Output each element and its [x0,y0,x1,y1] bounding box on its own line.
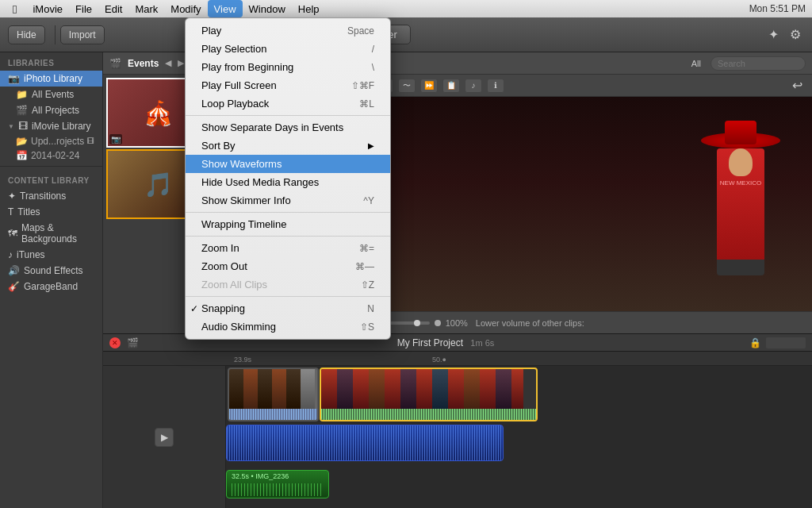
file-menu[interactable]: File [69,0,98,17]
cf2 [243,369,258,409]
menu-show-waveforms[interactable]: Show Waveforms [186,155,390,173]
sidebar-item-2014[interactable]: 📅 2014-02-24 [0,148,102,163]
sidebar-item-all-projects[interactable]: 🎬 All Projects [0,102,102,118]
sidebar-item-maps-backgrounds[interactable]: 🗺 Maps & Backgrounds [0,220,102,247]
timeline-close-button[interactable]: ✕ [109,337,121,348]
speed-button[interactable]: ⏩ [420,79,438,93]
zoom-in-shortcut: ⌘= [359,243,374,254]
apple-menu[interactable]:  [6,0,26,17]
green-clip[interactable]: 32.5s • IMG_2236 [226,470,329,498]
menu-hide-used-media[interactable]: Hide Used Media Ranges [186,173,390,191]
sidebar-item-titles[interactable]: T Titles [0,204,102,220]
garageband-icon: 🎸 [8,281,20,292]
menu-loop-playback[interactable]: Loop Playback ⌘L [186,94,390,113]
modify-menu[interactable]: Modify [164,0,207,17]
menu-zoom-out[interactable]: Zoom Out ⌘— [186,257,390,275]
garageband-label: GarageBand [24,281,78,292]
menu-sep-1 [186,115,390,116]
frame-b [337,369,353,409]
cf4 [272,369,286,409]
volume-handle[interactable] [414,320,420,326]
all-projects-label: All Projects [32,105,79,116]
date-icon: 📅 [16,150,28,161]
zoom-all-clips-shortcut: ⇧Z [361,279,374,291]
audio-wave-2 [321,409,536,421]
play-label: Play [201,25,221,37]
menu-zoom-all-clips: Zoom All Clips ⇧Z [186,275,390,294]
audio-button[interactable]: ♪ [465,79,482,93]
sidebar-item-iphoto-library[interactable]: 📷 iPhoto Library [0,71,102,87]
transitions-icon: ✦ [8,190,16,202]
menu-play-beginning[interactable]: Play from Beginning \ [186,58,390,76]
sidebar-item-itunes[interactable]: ♪ iTunes [0,247,102,263]
enhance-icon[interactable]: ✦ [765,25,782,44]
play-fullscreen-label: Play Full Screen [201,79,277,91]
menu-play-selection[interactable]: Play Selection / [186,40,390,58]
film-strip-icon: 🎞 [87,137,94,145]
clip-1[interactable] [228,368,319,421]
sidebar-item-sound-effects[interactable]: 🔊 Sound Effects [0,263,102,279]
sombrero [701,133,780,148]
search-input[interactable] [710,56,806,71]
menu-wrapping-timeline[interactable]: Wrapping Timeline [186,215,390,233]
menu-show-skimmer-info[interactable]: Show Skimmer Info ^Y [186,191,390,210]
menu-show-separate-days[interactable]: Show Separate Days in Events [186,118,390,137]
play-selection-label: Play Selection [201,43,266,55]
imovie-menu[interactable]: iMovie [26,0,69,17]
itunes-icon: ♪ [8,249,13,260]
sidebar-item-garageband[interactable]: 🎸 GarageBand [0,279,102,294]
undo-icon[interactable]: ↩ [789,77,806,94]
menu-zoom-in[interactable]: Zoom In ⌘= [186,239,390,257]
green-clip-row: 32.5s • IMG_2236 [226,467,812,502]
clip-2-selected[interactable] [320,368,538,421]
prev-arrow[interactable]: ◀ [165,58,171,68]
libraries-section-label: LIBRARIES [0,52,102,71]
import-button[interactable]: Import [60,25,105,44]
sombrero-top [725,121,756,144]
menu-play[interactable]: Play Space [186,21,390,40]
date-label: 2014-02-24 [31,150,79,161]
mark-menu[interactable]: Mark [128,0,164,17]
sidebar-item-transitions[interactable]: ✦ Transitions [0,188,102,204]
green-wave [232,483,324,496]
sidebar-item-all-events[interactable]: 📁 All Events [0,87,102,102]
clip-2-audio [321,409,536,421]
edit-menu[interactable]: Edit [98,0,128,17]
person-legs [717,260,764,275]
audio-clip-1[interactable] [226,425,504,461]
maps-icon: 🗺 [8,228,17,239]
menu-sep-4 [186,296,390,297]
thumb-icon-1: 📷 [109,134,122,144]
video-track-1 [226,366,812,423]
all-button[interactable]: All [691,59,701,68]
viewer-footer: Auto 🔊 100% Lower volume of other clips: [325,311,812,333]
view-menu-item[interactable]: View [208,0,243,17]
timeline-scrollbar[interactable] [766,337,806,348]
undo-area: ↩ [789,78,806,93]
next-arrow[interactable]: ▶ [178,58,184,68]
zoom-out-shortcut: ⌘— [355,261,374,272]
menu-play-fullscreen[interactable]: Play Full Screen ⇧⌘F [186,76,390,94]
titles-label: Titles [17,206,40,217]
help-menu[interactable]: Help [292,0,326,17]
sidebar-item-upd-projects[interactable]: 📂 Upd...rojects 🎞 [0,134,102,148]
play-shortcut: Space [347,25,374,37]
frame-g [416,369,432,409]
info-button[interactable]: ℹ [487,79,504,93]
video-background: NEW MEXICO [325,97,812,311]
triangle-icon: ▼ [8,123,14,130]
window-menu[interactable]: Window [243,0,292,17]
frame-c [353,369,369,409]
clip-button[interactable]: 📋 [442,79,460,93]
menu-audio-skimming[interactable]: Audio Skimming ⇧S [186,318,390,336]
menu-sort-by[interactable]: Sort By ▶ [186,137,390,155]
adjust-icon[interactable]: ⚙ [787,25,804,44]
sidebar-item-imovie-library[interactable]: ▼ 🎞 iMovie Library [0,118,102,134]
timeline-ruler: 23.9s 50.● [103,352,812,366]
hide-button[interactable]: Hide [8,25,45,44]
menu-snapping[interactable]: ✓ Snapping N [186,299,390,318]
play-button[interactable]: ▶ [155,428,174,447]
noise-reduction-button[interactable]: 〜 [398,79,416,93]
ruler-mark-1: 23.9s [234,356,251,364]
hide-used-media-label: Hide Used Media Ranges [201,176,319,188]
